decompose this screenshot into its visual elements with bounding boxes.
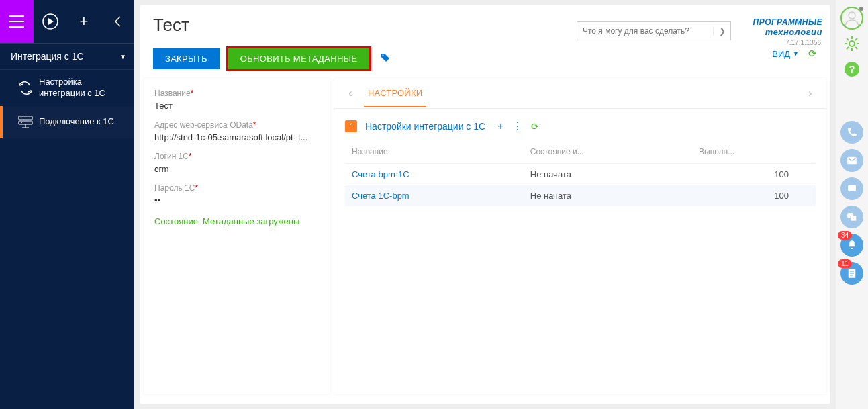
tabs-scroll-right[interactable]: › (804, 87, 817, 99)
back-button[interactable] (101, 0, 134, 43)
phone-bubble[interactable] (840, 121, 863, 144)
caret-down-icon: ▼ (793, 50, 799, 57)
field-value-odata[interactable]: http://stnd-1c-05.samarasoft.local/pt_t.… (154, 130, 320, 148)
field-label-login: Логин 1С* (154, 152, 320, 161)
mail-bubble[interactable] (840, 149, 863, 172)
profile-avatar[interactable] (840, 7, 863, 30)
col-done[interactable]: Выполн... (692, 142, 816, 164)
section-title-link[interactable]: Настройки интеграции с 1С (365, 121, 485, 132)
table-row[interactable]: Счета bpm-1C Не начата 100 (345, 164, 816, 185)
notes-badge: 11 (838, 259, 852, 268)
chat-bubble[interactable] (840, 177, 863, 200)
status-line: Состояние: Метаданные загружены (154, 216, 320, 226)
col-state[interactable]: Состояние и... (524, 142, 692, 164)
view-dropdown[interactable]: ВИД ▼ (772, 49, 799, 59)
field-label-password: Пароль 1С* (154, 183, 320, 193)
vendor-logo: ПРОГРАММНЫЕ технологии (736, 17, 822, 37)
svg-rect-2 (19, 121, 32, 124)
row-name-link[interactable]: Счета bpm-1C (352, 169, 409, 179)
row-done: 100 (774, 191, 789, 201)
detail-panel: ‹ НАСТРОЙКИ › ˄ Настройки интеграции с 1… (334, 78, 826, 394)
col-name[interactable]: Название (345, 142, 524, 164)
close-button[interactable]: ЗАКРЫТЬ (153, 48, 220, 69)
row-name-link[interactable]: Счета 1C-bpm (352, 191, 409, 201)
run-process-button[interactable] (34, 0, 67, 43)
bell-badge: 34 (838, 231, 852, 240)
notes-bubble[interactable]: 11 (840, 262, 863, 285)
field-value-login[interactable]: crm (154, 161, 320, 179)
field-value-password[interactable]: •• (154, 193, 320, 211)
command-search-input[interactable] (577, 26, 713, 36)
status-dot-icon (859, 7, 863, 11)
svg-rect-8 (847, 157, 857, 165)
svg-point-4 (21, 122, 22, 123)
help-icon[interactable]: ? (845, 62, 859, 77)
row-state: Не начата (530, 191, 571, 201)
tab-settings[interactable]: НАСТРОЙКИ (364, 79, 426, 107)
view-label: ВИД (772, 49, 790, 59)
logo-line1: ПРОГРАММНЫЕ (736, 17, 822, 27)
sidebar-item-integration-settings[interactable]: Настройка интеграции с 1С (0, 70, 134, 106)
sidebar-section-header[interactable]: Интеграция с 1С ▼ (0, 43, 134, 70)
svg-rect-1 (19, 116, 32, 120)
svg-point-7 (849, 41, 855, 46)
command-search-go[interactable]: ❯ (713, 26, 730, 36)
svg-rect-11 (851, 216, 857, 222)
caret-down-icon: ▼ (119, 53, 126, 60)
highlight-frame: ОБНОВИТЬ МЕТАДАННЫЕ (226, 46, 371, 71)
refresh-icon[interactable]: ⟳ (808, 48, 817, 60)
settings-gear-icon[interactable] (843, 35, 861, 56)
sidebar-item-label: Подключение к 1С (39, 116, 114, 128)
sidebar-item-label: Настройка интеграции с 1С (39, 77, 128, 99)
section-collapse-button[interactable]: ˄ (345, 120, 357, 132)
hamburger-menu-button[interactable] (0, 0, 34, 43)
field-label-name: Название* (154, 89, 320, 98)
field-value-name[interactable]: Тест (154, 98, 320, 116)
detail-refresh-button[interactable]: ⟳ (531, 121, 539, 132)
update-metadata-button[interactable]: ОБНОВИТЬ МЕТАДАННЫЕ (228, 48, 369, 69)
sidebar-item-connection[interactable]: Подключение к 1С (0, 106, 134, 138)
feed-bubble[interactable] (840, 206, 863, 228)
svg-rect-9 (848, 185, 856, 191)
detail-add-button[interactable]: + (497, 120, 503, 132)
sidebar-section-label: Интеграция с 1С (11, 51, 84, 62)
svg-point-5 (383, 55, 384, 56)
table-row[interactable]: Счета 1C-bpm Не начата 100 (345, 185, 816, 207)
tag-icon[interactable] (381, 53, 390, 64)
record-form-panel: Название* Тест Адрес web-сервиса OData* … (144, 78, 330, 394)
tabs-scroll-left[interactable]: ‹ (344, 87, 357, 99)
add-button[interactable]: + (67, 0, 101, 43)
svg-point-6 (849, 12, 855, 19)
server-icon (12, 113, 39, 132)
detail-actions-menu[interactable]: ⋮ (512, 120, 523, 132)
sync-icon (12, 79, 39, 97)
field-label-odata: Адрес web-сервиса OData* (154, 120, 320, 130)
svg-point-3 (21, 117, 22, 118)
bell-bubble[interactable]: 34 (840, 234, 863, 257)
row-done: 100 (774, 169, 789, 179)
row-state: Не начата (530, 169, 571, 179)
